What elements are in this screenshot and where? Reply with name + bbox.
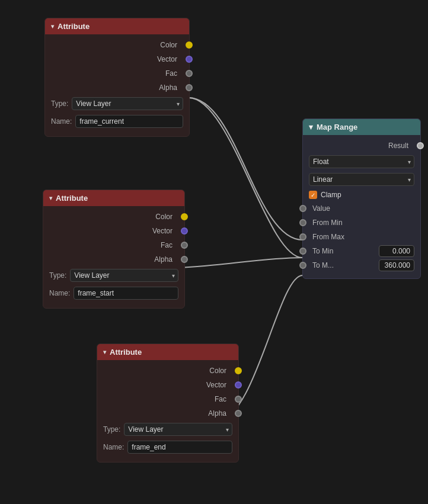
node-3-fac-socket[interactable] xyxy=(235,396,242,403)
node-1-color-socket[interactable] xyxy=(186,41,193,49)
node-3-alpha-socket-row: Alpha xyxy=(97,406,238,420)
node-1-name-label: Name: xyxy=(51,117,72,126)
node-3-header: ▾ Attribute xyxy=(97,344,238,360)
map-range-result-label: Result xyxy=(388,142,408,150)
attribute-node-2: ▾ Attribute Color Vector Fac Alpha Type:… xyxy=(43,190,185,309)
node-2-type-select[interactable]: View Layer Object Instancer Mesh xyxy=(70,269,178,282)
map-range-to-max-row: To M... xyxy=(303,258,420,272)
map-range-from-max-row: From Max xyxy=(303,230,420,244)
map-range-from-max-socket[interactable] xyxy=(299,233,306,240)
map-range-interp-select[interactable]: Linear Stepped Smoothstep Smootherstep xyxy=(309,173,414,186)
node-3-type-field: Type: View Layer Object Instancer Mesh ▾ xyxy=(97,420,238,438)
node-2-title: Attribute xyxy=(56,194,88,203)
node-1-alpha-socket-row: Alpha xyxy=(45,81,189,95)
map-range-to-max-input[interactable] xyxy=(379,259,414,271)
map-range-clamp-checkbox[interactable]: ✓ xyxy=(309,191,317,199)
node-1-type-label: Type: xyxy=(51,99,68,108)
map-range-interp-row: Linear Stepped Smoothstep Smootherstep ▾ xyxy=(303,171,420,188)
node-3-color-socket-row: Color xyxy=(97,364,238,378)
map-range-from-min-row: From Min xyxy=(303,216,420,230)
map-range-node: ▾ Map Range Result Float Vector ▾ Linear xyxy=(302,118,421,279)
node-1-name-input[interactable] xyxy=(75,115,183,128)
node-3-name-field: Name: xyxy=(97,438,238,456)
node-3-alpha-socket[interactable] xyxy=(235,410,242,417)
node-2-color-label: Color xyxy=(155,213,173,221)
node-1-fac-socket[interactable] xyxy=(186,70,193,77)
node-3-color-socket[interactable] xyxy=(235,367,242,374)
node-2-fac-socket-row: Fac xyxy=(43,238,184,252)
map-range-to-min-label: To Min xyxy=(309,247,375,255)
map-range-value-row: Value xyxy=(303,201,420,216)
node-2-fac-socket[interactable] xyxy=(181,242,188,249)
node-3-vector-socket-row: Vector xyxy=(97,378,238,392)
attribute-node-1: ▾ Attribute Color Vector Fac Alpha Type:… xyxy=(44,18,190,137)
node-2-chevron[interactable]: ▾ xyxy=(49,195,52,201)
node-1-vector-socket[interactable] xyxy=(186,56,193,63)
map-range-interp-dropdown-wrapper[interactable]: Linear Stepped Smoothstep Smootherstep ▾ xyxy=(309,173,414,186)
node-2-alpha-label: Alpha xyxy=(154,255,173,264)
attribute-node-3: ▾ Attribute Color Vector Fac Alpha Type:… xyxy=(97,344,239,463)
map-range-from-min-socket[interactable] xyxy=(299,219,306,226)
node-2-alpha-socket[interactable] xyxy=(181,256,188,263)
node-3-vector-socket[interactable] xyxy=(235,381,242,389)
map-range-to-min-socket[interactable] xyxy=(299,248,306,255)
node-2-name-field: Name: xyxy=(43,284,184,302)
node-3-body: Color Vector Fac Alpha Type: View Layer … xyxy=(97,360,238,462)
map-range-result-row: Result xyxy=(303,139,420,153)
node-3-name-input[interactable] xyxy=(127,441,232,454)
map-range-to-max-socket[interactable] xyxy=(299,262,306,269)
node-2-vector-socket[interactable] xyxy=(181,227,188,235)
node-1-body: Color Vector Fac Alpha Type: View Layer … xyxy=(45,34,189,136)
node-2-vector-label: Vector xyxy=(152,227,173,235)
node-2-type-field: Type: View Layer Object Instancer Mesh ▾ xyxy=(43,267,184,284)
map-range-float-select[interactable]: Float Vector xyxy=(309,155,414,168)
map-range-clamp-row: ✓ Clamp xyxy=(303,188,420,201)
node-2-header: ▾ Attribute xyxy=(43,190,184,206)
node-1-vector-label: Vector xyxy=(157,55,177,63)
map-range-to-min-input[interactable] xyxy=(379,245,414,257)
node-1-type-field: Type: View Layer Object Instancer Mesh ▾ xyxy=(45,95,189,113)
map-range-value-label: Value xyxy=(309,204,330,213)
node-3-name-label: Name: xyxy=(103,443,124,451)
map-range-chevron[interactable]: ▾ xyxy=(309,123,313,131)
map-range-value-socket[interactable] xyxy=(299,205,306,212)
node-1-color-label: Color xyxy=(160,41,177,49)
node-3-type-dropdown-wrapper[interactable]: View Layer Object Instancer Mesh ▾ xyxy=(124,423,232,436)
node-2-alpha-socket-row: Alpha xyxy=(43,252,184,267)
node-1-title: Attribute xyxy=(58,22,90,31)
node-3-alpha-label: Alpha xyxy=(208,409,226,418)
node-1-chevron[interactable]: ▾ xyxy=(51,23,54,30)
node-1-alpha-socket[interactable] xyxy=(186,84,193,91)
node-3-title: Attribute xyxy=(110,348,142,357)
node-1-color-socket-row: Color xyxy=(45,38,189,52)
node-2-color-socket[interactable] xyxy=(181,213,188,220)
node-1-vector-socket-row: Vector xyxy=(45,52,189,66)
node-2-name-label: Name: xyxy=(49,289,70,297)
node-2-type-label: Type: xyxy=(49,271,66,280)
node-1-name-field: Name: xyxy=(45,113,189,130)
node-1-type-select[interactable]: View Layer Object Instancer Mesh xyxy=(72,97,183,110)
map-range-result-socket[interactable] xyxy=(417,142,424,149)
node-3-color-label: Color xyxy=(209,367,226,375)
map-range-from-max-label: From Max xyxy=(309,233,344,241)
node-1-fac-label: Fac xyxy=(165,69,177,78)
map-range-clamp-label: Clamp xyxy=(321,191,341,199)
node-2-body: Color Vector Fac Alpha Type: View Layer … xyxy=(43,206,184,308)
node-1-alpha-label: Alpha xyxy=(159,84,177,92)
node-2-color-socket-row: Color xyxy=(43,210,184,224)
node-1-fac-socket-row: Fac xyxy=(45,66,189,81)
map-range-float-dropdown-wrapper[interactable]: Float Vector ▾ xyxy=(309,155,414,168)
node-3-type-select[interactable]: View Layer Object Instancer Mesh xyxy=(124,423,232,436)
node-3-fac-socket-row: Fac xyxy=(97,392,238,406)
node-2-name-input[interactable] xyxy=(74,287,178,300)
node-1-type-dropdown-wrapper[interactable]: View Layer Object Instancer Mesh ▾ xyxy=(72,97,183,110)
node-3-fac-label: Fac xyxy=(215,395,226,403)
map-range-to-min-row: To Min xyxy=(303,244,420,258)
node-3-type-label: Type: xyxy=(103,425,120,434)
node-2-fac-label: Fac xyxy=(161,241,173,249)
node-2-type-dropdown-wrapper[interactable]: View Layer Object Instancer Mesh ▾ xyxy=(70,269,178,282)
map-range-from-min-label: From Min xyxy=(309,219,343,227)
map-range-to-max-label: To M... xyxy=(309,261,375,269)
node-1-header: ▾ Attribute xyxy=(45,18,189,34)
node-3-chevron[interactable]: ▾ xyxy=(103,349,106,355)
